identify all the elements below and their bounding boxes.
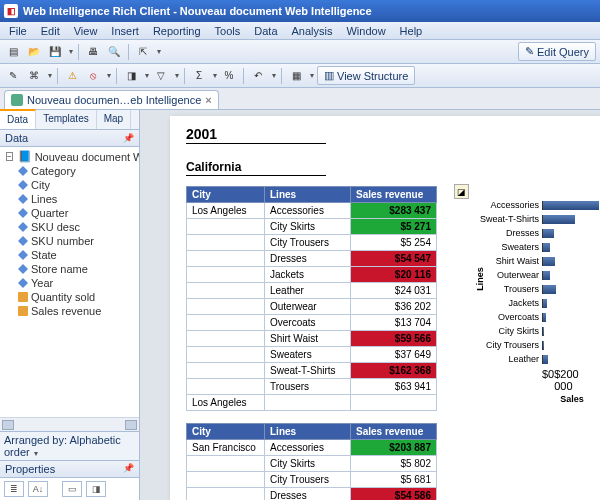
save-dropdown-icon[interactable]: ▾ (69, 47, 73, 56)
table-row[interactable]: San FranciscoAccessories$203 887 (187, 440, 437, 456)
drill-button[interactable]: ◨ (122, 67, 140, 85)
save-button[interactable]: 💾 (46, 43, 64, 61)
tree-dimension[interactable]: Store name (4, 262, 137, 276)
table-row[interactable]: City Trousers$5 254 (187, 235, 437, 251)
print-button[interactable]: 🖶 (84, 43, 102, 61)
table-row[interactable]: Dresses$54 547 (187, 251, 437, 267)
collapse-icon[interactable]: − (6, 152, 13, 161)
data-tree[interactable]: − 📘 Nouveau document Web Intellig Catego… (0, 147, 139, 417)
table-row[interactable]: Dresses$54 586 (187, 488, 437, 501)
table-row[interactable]: Trousers$63 941 (187, 379, 437, 395)
column-header[interactable]: Sales revenue (351, 424, 437, 440)
tree-measure[interactable]: Quantity sold (4, 290, 137, 304)
chart-bar (543, 243, 550, 252)
menu-reporting[interactable]: Reporting (148, 24, 206, 38)
tree-dimension[interactable]: Year (4, 276, 137, 290)
tree-dimension[interactable]: City (4, 178, 137, 192)
table-row[interactable]: City Skirts$5 802 (187, 456, 437, 472)
table-row[interactable]: Sweaters$37 649 (187, 347, 437, 363)
new-doc-button[interactable]: ▤ (4, 43, 22, 61)
menu-insert[interactable]: Insert (106, 24, 144, 38)
side-panel-tabs: DataTemplatesMap (0, 110, 139, 130)
menu-window[interactable]: Window (341, 24, 390, 38)
table-row[interactable]: Outerwear$36 202 (187, 299, 437, 315)
table-row[interactable]: Sweat-T-Shirts$162 368 (187, 363, 437, 379)
document-tab[interactable]: Nouveau documen…eb Intelligence × (4, 90, 219, 109)
export-button[interactable]: ⇱ (134, 43, 152, 61)
menu-analysis[interactable]: Analysis (287, 24, 338, 38)
side-tab-data[interactable]: Data (0, 109, 36, 129)
menu-edit[interactable]: Edit (36, 24, 65, 38)
chart-bar-row: Jackets (476, 296, 600, 310)
undo-button[interactable]: ↶ (249, 67, 267, 85)
chevron-down-icon[interactable]: ▾ (34, 449, 38, 458)
side-tab-templates[interactable]: Templates (36, 110, 97, 129)
report-canvas[interactable]: 2001 California CityLinesSales revenueLo… (140, 110, 600, 500)
prop-alpha-button[interactable]: A↓ (28, 481, 48, 497)
arranged-by[interactable]: Arranged by: Alphabetic order ▾ (0, 431, 139, 461)
sigma-button[interactable]: Σ (190, 67, 208, 85)
dimension-icon (18, 166, 28, 176)
column-header[interactable]: Lines (265, 187, 351, 203)
chart-category-label: Trousers (476, 284, 542, 294)
table-row[interactable]: Los AngelesAccessories$283 437 (187, 203, 437, 219)
toolbar-secondary: ✎ ⌘ ▾ ⚠ ⦸ ▾ ◨ ▾ ▽ ▾ Σ ▾ % ↶ ▾ ▦ ▾ ▥ View… (0, 64, 600, 88)
data-table[interactable]: CityLinesSales revenueLos AngelesAccesso… (186, 186, 437, 411)
column-header[interactable]: Sales revenue (351, 187, 437, 203)
horizontal-scrollbar[interactable] (0, 417, 139, 431)
chart-bar (543, 355, 548, 364)
table-row[interactable]: Jackets$20 116 (187, 267, 437, 283)
stop-icon[interactable]: ⦸ (84, 67, 102, 85)
open-button[interactable]: 📂 (25, 43, 43, 61)
menu-file[interactable]: File (4, 24, 32, 38)
prop-collapse-button[interactable]: ◨ (86, 481, 106, 497)
edit-button[interactable]: ✎ (4, 67, 22, 85)
chart-y-axis-label: Lines (475, 267, 485, 291)
side-tab-map[interactable]: Map (97, 110, 131, 129)
chart-bar-row: Sweat-T-Shirts (476, 212, 600, 226)
chart-category-label: Sweat-T-Shirts (476, 214, 542, 224)
bar-chart[interactable]: ◪ Lines AccessoriesSweat-T-ShirtsDresses… (472, 198, 600, 404)
tree-dimension[interactable]: State (4, 248, 137, 262)
menu-tools[interactable]: Tools (210, 24, 246, 38)
menu-help[interactable]: Help (395, 24, 428, 38)
prop-expand-button[interactable]: ▭ (62, 481, 82, 497)
menu-data[interactable]: Data (249, 24, 282, 38)
view-structure-button[interactable]: ▥ View Structure (317, 66, 415, 85)
table-row[interactable]: Shirt Waist$59 566 (187, 331, 437, 347)
tree-dimension[interactable]: Category (4, 164, 137, 178)
column-header[interactable]: City (187, 187, 265, 203)
filter-button[interactable]: ▽ (152, 67, 170, 85)
chart-category-label: Dresses (476, 228, 542, 238)
tree-dimension[interactable]: Lines (4, 192, 137, 206)
tree-root-node[interactable]: − 📘 Nouveau document Web Intellig (4, 149, 137, 164)
pin-icon[interactable]: 📌 (123, 133, 134, 143)
table-row[interactable]: Leather$24 031 (187, 283, 437, 299)
export-dropdown-icon[interactable]: ▾ (157, 47, 161, 56)
tree-dimension[interactable]: SKU number (4, 234, 137, 248)
column-header[interactable]: Lines (265, 424, 351, 440)
table-row[interactable]: Overcoats$13 704 (187, 315, 437, 331)
tree-dimension[interactable]: SKU desc (4, 220, 137, 234)
find-button[interactable]: 🔍 (105, 43, 123, 61)
chart-bar-row: Overcoats (476, 310, 600, 324)
format-button[interactable]: ⌘ (25, 67, 43, 85)
table-row[interactable]: City Skirts$5 271 (187, 219, 437, 235)
prop-categorized-button[interactable]: ≣ (4, 481, 24, 497)
page-view-button[interactable]: ▦ (287, 67, 305, 85)
edit-query-button[interactable]: ✎ Edit Query (518, 42, 596, 61)
dimension-icon (18, 208, 28, 218)
dimension-icon (18, 222, 28, 232)
menu-view[interactable]: View (69, 24, 103, 38)
close-icon[interactable]: × (205, 94, 211, 106)
tree-measure[interactable]: Sales revenue (4, 304, 137, 318)
chart-legend-icon[interactable]: ◪ (454, 184, 469, 199)
table-row[interactable]: City Trousers$5 681 (187, 472, 437, 488)
warning-icon[interactable]: ⚠ (63, 67, 81, 85)
data-table[interactable]: CityLinesSales revenueSan FranciscoAcces… (186, 423, 437, 500)
column-header[interactable]: City (187, 424, 265, 440)
pin-icon[interactable]: 📌 (123, 463, 134, 475)
tree-dimension[interactable]: Quarter (4, 206, 137, 220)
properties-header: Properties 📌 (0, 461, 139, 478)
measure-icon (18, 292, 28, 302)
